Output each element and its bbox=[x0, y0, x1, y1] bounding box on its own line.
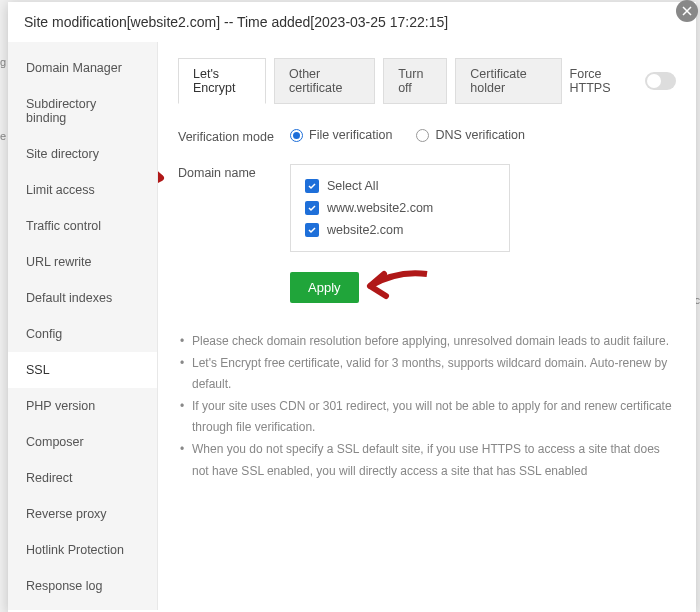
sidebar-item[interactable]: Composer bbox=[8, 424, 157, 460]
sidebar-item[interactable]: Subdirectory binding bbox=[8, 86, 157, 136]
close-icon bbox=[682, 6, 692, 16]
ssl-tab[interactable]: Other certificate bbox=[274, 58, 375, 104]
sidebar-item[interactable]: Domain Manager bbox=[8, 50, 157, 86]
sidebar-item[interactable]: Redirect bbox=[8, 460, 157, 496]
checkbox-icon bbox=[305, 201, 319, 215]
domain-label: Domain name bbox=[178, 164, 290, 180]
sidebar: Domain ManagerSubdirectory bindingSite d… bbox=[8, 42, 158, 610]
force-https-label: Force HTTPS bbox=[570, 67, 636, 95]
bg-text: g bbox=[0, 56, 6, 68]
force-https-control: Force HTTPS bbox=[570, 67, 676, 95]
domain-list-box: Select Allwww.website2.comwebsite2.com bbox=[290, 164, 510, 252]
domain-row: Domain name Select Allwww.website2.comwe… bbox=[178, 164, 676, 252]
main-panel: Let's EncryptOther certificateTurn offCe… bbox=[158, 42, 696, 610]
ssl-tab[interactable]: Let's Encrypt bbox=[178, 58, 266, 104]
checkbox-label: www.website2.com bbox=[327, 201, 433, 215]
modal-title: Site modification[website2.com] -- Time … bbox=[8, 2, 696, 42]
checkbox-label: Select All bbox=[327, 179, 378, 193]
sidebar-item[interactable]: Hotlink Protection bbox=[8, 532, 157, 568]
apply-row: Apply bbox=[290, 272, 676, 303]
sidebar-item[interactable]: Response log bbox=[8, 568, 157, 604]
note-item: When you do not specify a SSL default si… bbox=[178, 439, 676, 482]
radio-label: DNS verification bbox=[435, 128, 525, 142]
sidebar-item[interactable]: Reverse proxy bbox=[8, 496, 157, 532]
checkbox-icon bbox=[305, 179, 319, 193]
notes-list: Please check domain resolution before ap… bbox=[178, 331, 676, 482]
verification-row: Verification mode File verificationDNS v… bbox=[178, 128, 676, 144]
domain-checkbox[interactable]: website2.com bbox=[305, 219, 495, 241]
verification-radio[interactable]: DNS verification bbox=[416, 128, 525, 142]
sidebar-item[interactable]: SSL bbox=[8, 352, 157, 388]
close-button[interactable] bbox=[676, 0, 698, 22]
domain-checkbox[interactable]: www.website2.com bbox=[305, 197, 495, 219]
sidebar-item[interactable]: URL rewrite bbox=[8, 244, 157, 280]
checkbox-icon bbox=[305, 223, 319, 237]
apply-button[interactable]: Apply bbox=[290, 272, 359, 303]
verification-radio[interactable]: File verification bbox=[290, 128, 392, 142]
force-https-toggle[interactable] bbox=[645, 72, 676, 90]
ssl-tab[interactable]: Certificate holder bbox=[455, 58, 561, 104]
sidebar-item[interactable]: PHP version bbox=[8, 388, 157, 424]
sidebar-item[interactable]: Site directory bbox=[8, 136, 157, 172]
radio-label: File verification bbox=[309, 128, 392, 142]
note-item: Let's Encrypt free certificate, valid fo… bbox=[178, 353, 676, 396]
tabs-row: Let's EncryptOther certificateTurn offCe… bbox=[178, 58, 676, 104]
bg-text: e bbox=[0, 130, 6, 142]
select-all-checkbox[interactable]: Select All bbox=[305, 175, 495, 197]
sidebar-item[interactable]: Limit access bbox=[8, 172, 157, 208]
note-item: Please check domain resolution before ap… bbox=[178, 331, 676, 353]
site-modification-modal: Site modification[website2.com] -- Time … bbox=[8, 2, 696, 612]
radio-icon bbox=[290, 129, 303, 142]
radio-icon bbox=[416, 129, 429, 142]
checkbox-label: website2.com bbox=[327, 223, 403, 237]
annotation-arrow-icon bbox=[352, 264, 432, 308]
sidebar-item[interactable]: Config bbox=[8, 316, 157, 352]
sidebar-item[interactable]: Traffic control bbox=[8, 208, 157, 244]
annotation-arrow-icon bbox=[158, 158, 176, 206]
sidebar-item[interactable]: Default indexes bbox=[8, 280, 157, 316]
verification-label: Verification mode bbox=[178, 128, 290, 144]
note-item: If your site uses CDN or 301 redirect, y… bbox=[178, 396, 676, 439]
ssl-tab[interactable]: Turn off bbox=[383, 58, 447, 104]
